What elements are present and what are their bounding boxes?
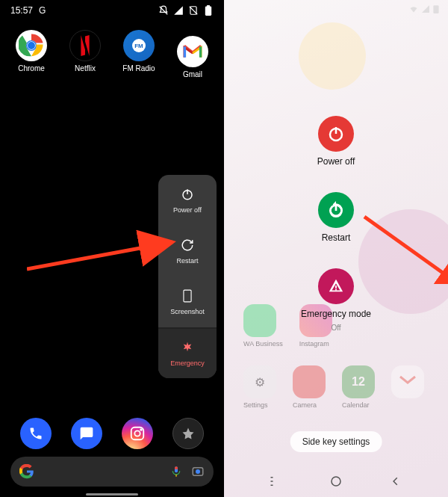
- bg-app-calendar: 12Calendar: [342, 365, 375, 409]
- app-chrome[interactable]: Chrome: [6, 30, 57, 78]
- gesture-bar[interactable]: [86, 493, 138, 496]
- emergency-label: Emergency mode: [301, 309, 371, 319]
- svg-point-32: [332, 477, 340, 486]
- mic-icon[interactable]: [170, 465, 182, 478]
- side-key-settings-button[interactable]: Side key settings: [290, 431, 382, 452]
- svg-rect-13: [184, 290, 191, 302]
- back-button[interactable]: [388, 473, 404, 490]
- power-menu: Power off Restart Screenshot Emergency: [158, 175, 217, 378]
- app-netflix[interactable]: Netflix: [60, 30, 111, 78]
- svg-point-16: [140, 429, 142, 430]
- gmail-icon: [177, 36, 208, 67]
- screenshot-label: Screenshot: [170, 308, 205, 315]
- screenshot-button[interactable]: Screenshot: [158, 277, 217, 327]
- fmradio-icon: FM: [123, 30, 155, 61]
- dnd-icon: [158, 5, 169, 16]
- chrome-icon: [16, 30, 47, 61]
- status-time: 15:57: [10, 5, 33, 16]
- google-g-icon: [19, 464, 34, 479]
- power-off-label: Power off: [173, 206, 202, 214]
- restart-button[interactable]: Restart: [318, 192, 354, 243]
- nav-bar: [224, 473, 448, 490]
- app-label: Gmail: [183, 70, 202, 78]
- restart-button[interactable]: Restart: [158, 226, 217, 277]
- svg-rect-27: [335, 285, 337, 288]
- dock: [0, 418, 224, 449]
- emergency-sub: Off: [331, 324, 340, 332]
- svg-rect-4: [207, 5, 210, 7]
- no-sim-icon: [188, 5, 199, 16]
- svg-point-21: [196, 469, 200, 474]
- svg-rect-10: [199, 46, 202, 57]
- app-label: Netflix: [75, 64, 96, 72]
- assistant-app[interactable]: [172, 418, 204, 449]
- power-off-button[interactable]: Power off: [158, 175, 217, 226]
- bg-app-camera: Camera: [293, 365, 326, 409]
- svg-rect-9: [184, 46, 186, 57]
- restart-icon: [318, 192, 354, 228]
- restart-label: Restart: [176, 257, 198, 265]
- status-bar: 15:57 G: [0, 0, 224, 21]
- app-label: Chrome: [18, 64, 45, 72]
- search-bar[interactable]: [10, 457, 214, 487]
- status-indicator: G: [39, 5, 46, 16]
- bg-app-gmail: [391, 365, 424, 409]
- svg-rect-18: [175, 466, 178, 469]
- svg-rect-3: [205, 6, 211, 16]
- svg-rect-28: [335, 289, 337, 291]
- app-label: FM Radio: [122, 64, 155, 72]
- lens-icon[interactable]: [191, 465, 205, 478]
- emergency-icon: [180, 340, 195, 355]
- messages-app[interactable]: [71, 418, 102, 449]
- restart-label: Restart: [322, 232, 351, 243]
- power-off-button[interactable]: Power off: [317, 116, 355, 167]
- restart-icon: [180, 238, 195, 253]
- samsung-power-menu: Power off Restart Emergency mode Off: [301, 116, 371, 332]
- app-fmradio[interactable]: FM FM Radio: [113, 30, 164, 78]
- instagram-app[interactable]: [122, 418, 153, 449]
- emergency-button[interactable]: Emergency: [158, 327, 217, 378]
- recents-button[interactable]: [268, 473, 284, 490]
- netflix-icon: [69, 30, 101, 61]
- home-button[interactable]: [328, 473, 344, 490]
- svg-point-15: [134, 430, 140, 436]
- bg-app-settings: ⚙Settings: [243, 365, 276, 409]
- svg-point-8: [28, 42, 35, 49]
- power-icon: [318, 116, 354, 152]
- screenshot-icon: [180, 288, 195, 303]
- emergency-button[interactable]: Emergency mode Off: [301, 268, 371, 332]
- emergency-label: Emergency: [170, 359, 205, 367]
- signal-icon: [173, 5, 184, 16]
- power-icon: [180, 187, 195, 202]
- power-off-label: Power off: [317, 156, 355, 167]
- phone-app[interactable]: [20, 418, 52, 449]
- emergency-icon: [318, 268, 354, 304]
- app-gmail[interactable]: Gmail: [167, 36, 218, 78]
- bg-app-wa: WA Business: [243, 304, 283, 348]
- battery-icon: [203, 5, 214, 16]
